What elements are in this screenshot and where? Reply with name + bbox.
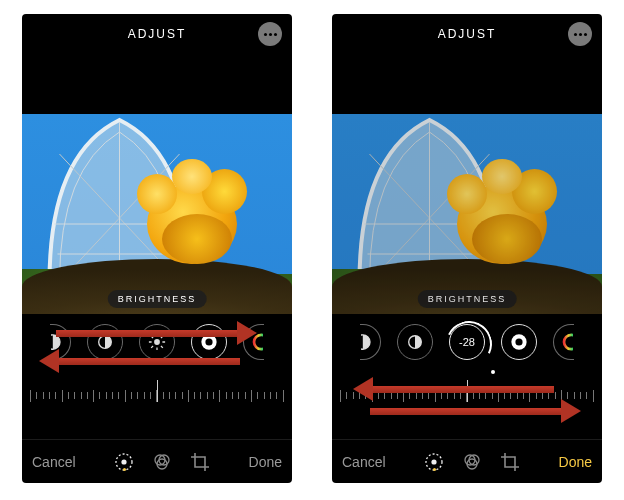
filters-tab[interactable] (461, 451, 483, 473)
svg-line-14 (161, 336, 163, 338)
parameter-label: BRIGHTNESS (108, 290, 207, 308)
svg-point-33 (564, 335, 573, 349)
svg-point-20 (121, 459, 126, 464)
blackpoint-control[interactable] (191, 324, 227, 360)
svg-line-15 (151, 346, 153, 348)
svg-point-18 (254, 335, 263, 349)
mode-title: ADJUST (438, 27, 497, 41)
exposure-control[interactable] (360, 324, 381, 360)
mode-title: ADJUST (128, 27, 187, 41)
value-arc (440, 315, 499, 374)
parameter-row[interactable]: -28 (332, 314, 602, 370)
adjust-controls: -28 (332, 314, 602, 416)
crop-tab[interactable] (499, 451, 521, 473)
top-bar: ADJUST (332, 14, 602, 54)
cancel-button[interactable]: Cancel (32, 454, 76, 470)
saturation-control[interactable] (553, 324, 574, 360)
svg-point-17 (205, 338, 212, 345)
more-button[interactable] (568, 22, 592, 46)
parameter-label: BRIGHTNESS (418, 290, 517, 308)
saturation-control[interactable] (243, 324, 264, 360)
bottom-bar: Cancel Done (332, 439, 602, 483)
ellipsis-icon (574, 33, 587, 36)
active-indicator (433, 468, 436, 471)
brightness-control[interactable] (139, 324, 175, 360)
adjust-controls (22, 314, 292, 416)
adjust-tab[interactable] (423, 451, 445, 473)
top-bar: ADJUST (22, 14, 292, 54)
crop-tab[interactable] (189, 451, 211, 473)
adjust-tab[interactable] (113, 451, 135, 473)
done-button[interactable]: Done (559, 454, 592, 470)
origin-indicator (491, 370, 495, 374)
svg-point-32 (515, 338, 522, 345)
svg-line-12 (151, 336, 153, 338)
svg-point-7 (154, 339, 160, 345)
cancel-button[interactable]: Cancel (342, 454, 386, 470)
done-button[interactable]: Done (249, 454, 282, 470)
bottom-bar: Cancel Done (22, 439, 292, 483)
active-indicator (123, 468, 126, 471)
blackpoint-control[interactable] (501, 324, 537, 360)
contrast-control[interactable] (397, 324, 433, 360)
more-button[interactable] (258, 22, 282, 46)
svg-point-35 (431, 459, 436, 464)
value-slider[interactable] (22, 376, 292, 416)
editor-screen-after: ADJUST (332, 14, 602, 483)
svg-line-13 (161, 346, 163, 348)
ellipsis-icon (264, 33, 277, 36)
photo-preview: BRIGHTNESS (332, 114, 602, 314)
filters-tab[interactable] (151, 451, 173, 473)
editor-screen-before: ADJUST (22, 14, 292, 483)
value-slider[interactable] (332, 376, 602, 416)
photo-preview: BRIGHTNESS (22, 114, 292, 314)
brightness-control[interactable]: -28 (449, 324, 485, 360)
parameter-row[interactable] (22, 314, 292, 370)
contrast-control[interactable] (87, 324, 123, 360)
exposure-control[interactable] (50, 324, 71, 360)
